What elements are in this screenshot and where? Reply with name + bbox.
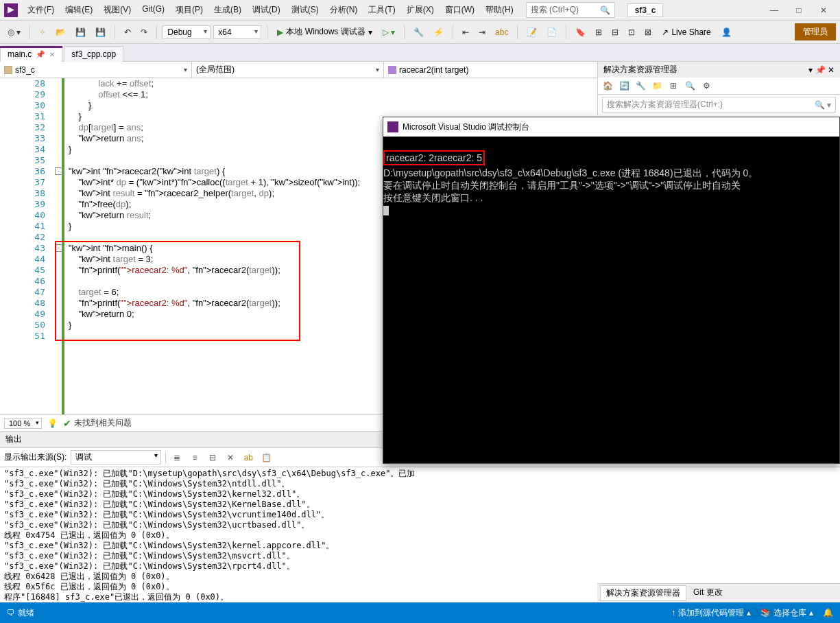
new-button[interactable]: ✧ — [36, 25, 49, 39]
menu-item[interactable]: 窗口(W) — [440, 1, 480, 19]
tb-misc-2[interactable]: ⊟ — [608, 25, 622, 39]
code-line[interactable]: lack += offset; — [69, 78, 154, 89]
window-controls: — □ ✕ — [762, 2, 836, 19]
out-btn-2[interactable]: ≡ — [188, 451, 202, 464]
code-line[interactable]: dp[target] = ans; — [69, 122, 143, 132]
pin-icon[interactable]: 📌 — [36, 50, 45, 59]
line-number: 32 — [25, 122, 45, 132]
format-button[interactable]: abc — [492, 25, 512, 39]
out-btn-5[interactable]: ab — [241, 451, 255, 464]
issues-text: 未找到相关问题 — [74, 417, 132, 429]
menu-item[interactable]: 视图(V) — [98, 1, 136, 19]
tab-label: main.c — [8, 49, 32, 59]
rp-btn-3[interactable]: 🔧 — [634, 80, 647, 92]
rp-btn-6[interactable]: 🔍 — [683, 80, 697, 92]
bookmark-button[interactable]: 🔖 — [572, 25, 589, 39]
start-no-debug-button[interactable]: ▷ ▾ — [379, 25, 398, 39]
uncomment-button[interactable]: 📄 — [543, 25, 560, 39]
menu-item[interactable]: Git(G) — [136, 1, 170, 19]
redo-button[interactable]: ↷ — [137, 25, 151, 39]
tab-sf3-cpp[interactable]: sf3_cpp.cpp — [64, 46, 123, 62]
tb-icon-2[interactable]: ⚡ — [430, 25, 447, 39]
menu-item[interactable]: 工具(T) — [363, 1, 400, 19]
code-line[interactable]: } — [69, 144, 71, 154]
menu-item[interactable]: 项目(P) — [170, 1, 208, 19]
comment-button[interactable]: 📝 — [523, 25, 540, 39]
rp-btn-5[interactable]: ⊞ — [667, 80, 680, 92]
panel-menu-icon[interactable]: ▾ 📌 ✕ — [808, 65, 835, 75]
tb-misc-3[interactable]: ⊡ — [625, 25, 638, 39]
out-btn-1[interactable]: ≣ — [170, 451, 184, 464]
code-line[interactable]: } — [69, 100, 91, 110]
tb-misc-4[interactable]: ⊠ — [641, 25, 655, 39]
menu-item[interactable]: 文件(F) — [22, 1, 60, 19]
tab-git-changes[interactable]: Git 更改 — [688, 585, 728, 601]
code-editor[interactable]: 2829303132333435363738394041424344454647… — [0, 78, 381, 414]
code-line[interactable]: "kw">return result; — [69, 210, 151, 220]
zoom-combo[interactable]: 100 % — [4, 418, 42, 429]
line-number: 45 — [25, 265, 45, 275]
code-line[interactable]: "kw">int* dp = ("kw">int*)"fn">calloc((t… — [69, 177, 360, 187]
code-line[interactable]: "kw">return ans; — [69, 133, 143, 143]
maximize-button[interactable]: □ — [787, 2, 811, 19]
menubar: 文件(F)编辑(E)视图(V)Git(G)项目(P)生成(B)调试(D)测试(S… — [0, 0, 840, 21]
close-button[interactable]: ✕ — [811, 2, 836, 19]
console-titlebar[interactable]: Microsoft Visual Studio 调试控制台 — [383, 117, 839, 137]
output-source-combo[interactable]: 调试 — [71, 450, 161, 465]
tb-icon-1[interactable]: 🔧 — [410, 25, 427, 39]
tab-main-c[interactable]: main.c 📌 ✕ — [0, 46, 62, 62]
nav-function-label: racecar2(int target) — [399, 65, 468, 75]
code-line[interactable]: offset <<= 1; — [69, 89, 148, 99]
save-all-button[interactable]: 💾 — [92, 25, 109, 39]
search-box[interactable]: 搜索 (Ctrl+Q) 🔍 — [526, 2, 615, 18]
feedback-button[interactable]: 👤 — [718, 25, 735, 39]
tb-misc-1[interactable]: ⊞ — [592, 25, 605, 39]
menu-item[interactable]: 帮助(H) — [480, 1, 519, 19]
line-number: 43 — [25, 243, 45, 253]
nav-scope-combo[interactable]: (全局范围) — [192, 62, 384, 78]
live-share-button[interactable]: ↗ Live Share — [658, 26, 715, 38]
code-line[interactable]: "kw">int "fn">racecar2("kw">int target) … — [69, 166, 225, 176]
console-body[interactable]: racecar2: 2racecar2: 5 D:\mysetup\gopath… — [383, 137, 839, 228]
nav-project-combo[interactable]: sf3_c — [0, 62, 192, 78]
out-btn-3[interactable]: ⊟ — [206, 451, 219, 464]
code-line[interactable]: "fn">free(dp); — [69, 199, 131, 209]
menu-item[interactable]: 生成(B) — [208, 1, 247, 19]
fold-toggle[interactable]: - — [55, 167, 62, 175]
line-number: 37 — [25, 177, 45, 187]
add-source-control-button[interactable]: ↑ 添加到源代码管理 ▴ — [671, 607, 751, 619]
rp-btn-4[interactable]: 📁 — [650, 80, 664, 92]
save-button[interactable]: 💾 — [72, 25, 89, 39]
minimize-button[interactable]: — — [762, 2, 787, 19]
lightbulb-icon[interactable]: 💡 — [47, 419, 58, 428]
indent-left-button[interactable]: ⇤ — [459, 25, 472, 39]
nav-back-button[interactable]: ◎ ▾ — [4, 25, 24, 39]
code-line[interactable]: } — [69, 221, 71, 231]
solution-search[interactable]: 搜索解决方案资源管理器(Ctrl+;) 🔍 ▾ — [602, 97, 836, 113]
notifications-button[interactable]: 🔔 — [823, 608, 833, 618]
menu-item[interactable]: 调试(D) — [247, 1, 286, 19]
menu-item[interactable]: 分析(N) — [324, 1, 363, 19]
indent-right-button[interactable]: ⇥ — [475, 25, 489, 39]
rp-btn-7[interactable]: ⚙ — [699, 80, 713, 92]
platform-combo[interactable]: x64 — [213, 25, 261, 39]
upload-icon: ↑ — [671, 608, 675, 618]
config-combo[interactable]: Debug — [163, 25, 211, 39]
home-button[interactable]: 🏠 — [601, 80, 614, 92]
issues-indicator[interactable]: ✔ 未找到相关问题 — [63, 417, 132, 429]
close-icon[interactable]: ✕ — [49, 51, 55, 58]
code-line[interactable]: "kw">int result = "fn">racecar2_helper(t… — [69, 188, 274, 198]
rp-btn-2[interactable]: 🔄 — [617, 80, 631, 92]
tab-solution-explorer[interactable]: 解决方案资源管理器 — [600, 585, 686, 601]
code-line[interactable]: } — [69, 111, 82, 121]
menu-item[interactable]: 扩展(X) — [401, 1, 440, 19]
open-button[interactable]: 📂 — [52, 25, 69, 39]
menu-item[interactable]: 测试(S) — [286, 1, 324, 19]
menu-item[interactable]: 编辑(E) — [60, 1, 98, 19]
run-button[interactable]: ▶ 本地 Windows 调试器 ▾ — [273, 25, 376, 39]
line-number: 31 — [25, 111, 45, 121]
line-number: 51 — [25, 331, 45, 341]
out-btn-6[interactable]: 📋 — [259, 451, 273, 464]
clear-button[interactable]: ✕ — [224, 451, 237, 464]
undo-button[interactable]: ↶ — [121, 25, 134, 39]
